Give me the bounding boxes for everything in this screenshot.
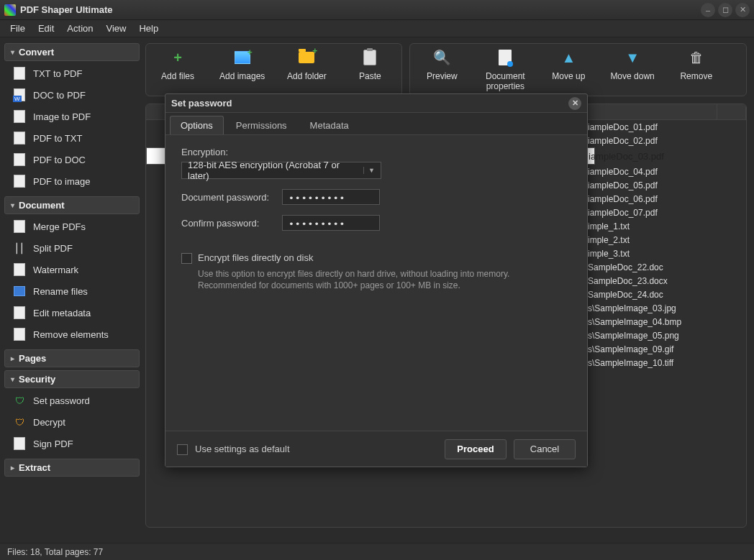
- toolbtn-label: Document properties: [486, 71, 525, 91]
- menu-help[interactable]: Help: [133, 22, 164, 35]
- file-name: imple_1.txt: [588, 221, 630, 231]
- toolbtn-label: Add folder: [287, 71, 327, 81]
- txt-page-icon: [13, 67, 26, 80]
- sidebar-doc-to-pdf[interactable]: DOC to PDF: [4, 84, 140, 106]
- toolbar-right: 🔍Preview Document properties ▲Move up ▼M…: [409, 43, 747, 96]
- encryption-select[interactable]: 128-bit AES encryption (Acrobat 7 or lat…: [181, 162, 381, 179]
- remove-button[interactable]: 🗑Remove: [675, 48, 718, 91]
- add-files-button[interactable]: +Add files: [156, 48, 199, 91]
- menu-file[interactable]: File: [4, 22, 31, 35]
- sidebar-watermark[interactable]: Watermark: [4, 259, 140, 280]
- doc-password-label: Document password:: [181, 192, 282, 203]
- group-document[interactable]: ▾Document: [4, 196, 140, 214]
- file-name: s\SampleImage_05.png: [588, 331, 679, 341]
- set-password-dialog: Set password ✕ Options Permissions Metad…: [165, 93, 588, 467]
- group-pages[interactable]: ▸Pages: [4, 349, 140, 367]
- use-default-label: Use settings as default: [195, 444, 290, 454]
- remove-elements-icon: [13, 328, 26, 341]
- dialog-title: Set password: [171, 98, 232, 109]
- sidebar-pdf-to-txt[interactable]: PDF to TXT: [4, 127, 140, 149]
- sidebar-item-label: Sign PDF: [33, 439, 73, 449]
- sidebar-item-label: Image to PDF: [33, 111, 91, 122]
- dialog-close-button[interactable]: ✕: [568, 97, 581, 110]
- preview-button[interactable]: 🔍Preview: [420, 48, 463, 91]
- sidebar-item-label: PDF to TXT: [33, 133, 82, 144]
- group-extract[interactable]: ▸Extract: [4, 459, 140, 477]
- dialog-tabbar: Options Permissions Metadata: [165, 113, 587, 135]
- image-page-icon: [13, 110, 26, 123]
- menubar: File Edit Action View Help: [0, 20, 754, 37]
- use-default-checkbox[interactable]: [177, 444, 188, 455]
- toolbtn-label: Preview: [427, 71, 458, 81]
- col-thumb[interactable]: [146, 104, 166, 119]
- sidebar-remove-elements[interactable]: Remove elements: [4, 323, 140, 345]
- sidebar-item-label: Merge PDFs: [33, 221, 86, 232]
- rename-icon: [13, 285, 26, 298]
- menu-action[interactable]: Action: [61, 22, 99, 35]
- file-name: s\SampleImage_09.gif: [588, 344, 673, 354]
- minimize-button[interactable]: –: [701, 3, 715, 17]
- file-name: iampleDoc_05.pdf: [588, 180, 658, 191]
- merge-icon: [13, 220, 26, 233]
- sidebar-set-password[interactable]: 🛡Set password: [4, 390, 140, 411]
- sidebar-item-label: Split PDF: [33, 243, 73, 254]
- chevron-down-icon: ▾: [11, 48, 14, 56]
- pdf-page-icon: [13, 153, 26, 166]
- sidebar-decrypt[interactable]: 🛡Decrypt: [4, 411, 140, 433]
- group-pages-label: Pages: [19, 353, 46, 364]
- encrypt-directly-checkbox[interactable]: [181, 253, 192, 264]
- add-images-button[interactable]: Add images: [219, 48, 265, 91]
- sidebar-sign-pdf[interactable]: Sign PDF: [4, 433, 140, 454]
- confirm-password-input[interactable]: •••••••••: [282, 215, 380, 231]
- add-images-icon: [233, 48, 252, 67]
- sidebar-rename-files[interactable]: Rename files: [4, 280, 140, 302]
- sidebar-item-label: Remove elements: [33, 329, 109, 340]
- group-document-label: Document: [19, 200, 65, 211]
- sidebar-image-to-pdf[interactable]: Image to PDF: [4, 106, 140, 127]
- arrow-up-icon: ▲: [559, 48, 578, 67]
- sidebar-txt-to-pdf[interactable]: TXT to PDF: [4, 63, 140, 84]
- sidebar-edit-metadata[interactable]: Edit metadata: [4, 302, 140, 323]
- add-folder-button[interactable]: Add folder: [285, 48, 328, 91]
- maximize-button[interactable]: ◻: [718, 3, 732, 17]
- confirm-password-label: Confirm password:: [181, 218, 282, 229]
- chevron-right-icon: ▸: [11, 464, 14, 472]
- metadata-icon: [13, 306, 26, 319]
- sidebar-split-pdf[interactable]: ⎮⎮Split PDF: [4, 237, 140, 259]
- close-button[interactable]: ✕: [735, 3, 750, 17]
- toolbtn-label: Add images: [219, 71, 265, 81]
- sidebar-pdf-to-image[interactable]: PDF to image: [4, 170, 140, 192]
- tab-metadata[interactable]: Metadata: [299, 116, 360, 134]
- doc-password-input[interactable]: •••••••••: [282, 189, 380, 205]
- encrypt-directly-label: Encrypt files directly on disk: [198, 252, 313, 263]
- move-down-button[interactable]: ▼Move down: [610, 48, 654, 91]
- tab-options[interactable]: Options: [170, 116, 224, 134]
- toolbar-left: +Add files Add images Add folder Paste: [145, 43, 402, 96]
- sidebar-item-label: Decrypt: [33, 417, 65, 428]
- doc-properties-button[interactable]: Document properties: [483, 48, 527, 91]
- menu-view[interactable]: View: [101, 22, 132, 35]
- col-extra[interactable]: [717, 104, 746, 119]
- shield-unlock-icon: 🛡: [13, 416, 26, 428]
- app-logo-icon: [4, 4, 16, 16]
- status-text: Files: 18, Total pages: 77: [7, 547, 103, 557]
- cancel-button[interactable]: Cancel: [514, 439, 576, 459]
- encryption-label: Encryption:: [181, 147, 228, 157]
- dialog-footer: Use settings as default Proceed Cancel: [165, 431, 587, 467]
- group-convert[interactable]: ▾Convert: [4, 43, 140, 61]
- clipboard-icon: [360, 48, 379, 67]
- menu-edit[interactable]: Edit: [32, 22, 60, 35]
- group-security[interactable]: ▾Security: [4, 370, 140, 388]
- sidebar-item-label: Edit metadata: [33, 308, 91, 318]
- tab-permissions[interactable]: Permissions: [225, 116, 298, 134]
- file-name: s\SampleImage_10.tiff: [588, 358, 673, 368]
- file-name: SampleDoc_24.doc: [588, 290, 663, 300]
- sidebar-pdf-to-doc[interactable]: PDF to DOC: [4, 149, 140, 170]
- pdf-page-icon: [13, 132, 26, 144]
- move-up-button[interactable]: ▲Move up: [547, 48, 590, 91]
- preview-icon: 🔍: [432, 48, 451, 67]
- sidebar-merge-pdfs[interactable]: Merge PDFs: [4, 216, 140, 237]
- sidebar: ▾Convert TXT to PDF DOC to PDF Image to …: [0, 37, 144, 543]
- paste-button[interactable]: Paste: [348, 48, 391, 91]
- proceed-button[interactable]: Proceed: [445, 439, 507, 459]
